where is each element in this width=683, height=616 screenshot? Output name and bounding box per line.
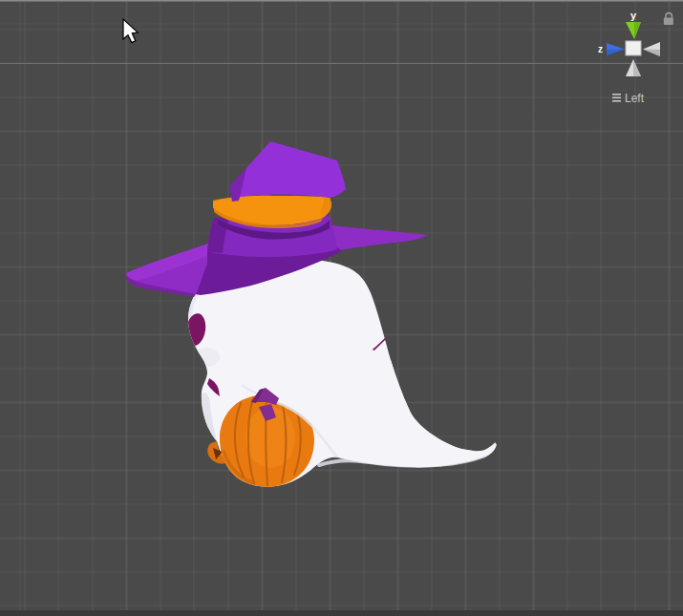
gizmo-center-cube[interactable]: [626, 41, 641, 55]
gizmo-y-axis-cone[interactable]: [626, 22, 641, 39]
ghost-chin-shade: [193, 348, 220, 367]
model-ghost-witch-pumpkin[interactable]: [126, 141, 496, 487]
gizmo-y-label: y: [630, 10, 637, 21]
mouse-cursor: [123, 19, 138, 43]
hamburger-menu-icon[interactable]: [612, 94, 621, 102]
gizmo-right-axis-cone[interactable]: [643, 42, 660, 56]
hat-cone: [230, 141, 346, 201]
scene-gizmo[interactable]: y z: [598, 10, 673, 105]
scene-viewport[interactable]: y z: [0, 0, 683, 616]
gizmo-bottom-axis-cone[interactable]: [626, 59, 641, 76]
gizmo-view-label[interactable]: Left: [625, 92, 645, 105]
lock-icon[interactable]: [664, 13, 673, 25]
witch-hat: [126, 141, 428, 297]
gizmo-z-axis-cone[interactable]: [607, 43, 625, 55]
gizmo-z-label: z: [598, 44, 603, 54]
